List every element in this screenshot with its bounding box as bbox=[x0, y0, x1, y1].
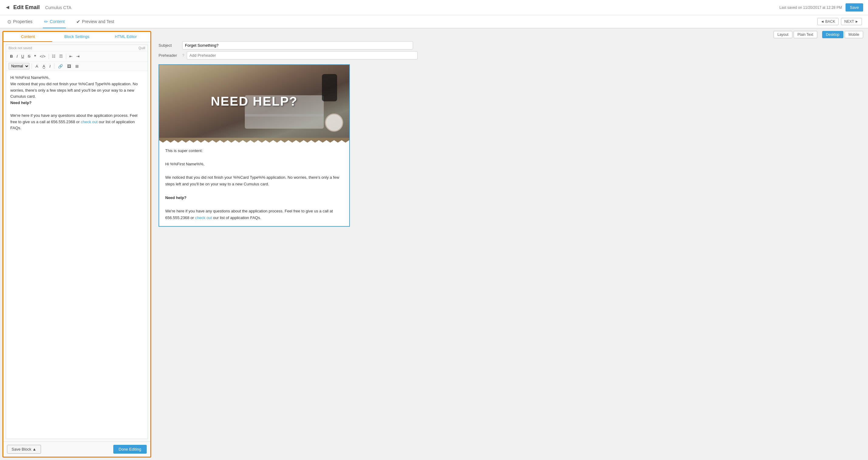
editor-toolbar-row2: Normal A A̲ I 🔗 🖼 ⊞ bbox=[6, 62, 148, 71]
link-button[interactable]: 🔗 bbox=[57, 63, 64, 69]
strikethrough-button[interactable]: S bbox=[26, 53, 32, 60]
editor-bold1: Need help? bbox=[10, 100, 32, 105]
save-block-button[interactable]: Save Block ▲ bbox=[7, 445, 41, 454]
underline-button[interactable]: U bbox=[20, 53, 26, 60]
page-subtitle: Cumulus CTA bbox=[45, 5, 71, 10]
left-tab-content[interactable]: Content bbox=[3, 32, 52, 42]
tab-properties-label: Properties bbox=[13, 19, 32, 24]
right-panel: Layout Plain Text Desktop Mobile Subject… bbox=[154, 29, 868, 460]
editor-area: Block not saved Quill B I U S ❝ </> ☷ ☶ … bbox=[6, 44, 148, 439]
page-title: Edit Email bbox=[13, 4, 40, 11]
editor-content[interactable]: Hi %%First Name%%, We noticed that you d… bbox=[6, 71, 148, 439]
content-icon: ✏ bbox=[44, 19, 48, 25]
email-intro-label: This is super content: bbox=[165, 147, 343, 154]
plain-text-view-button[interactable]: Plain Text bbox=[794, 31, 817, 38]
view-toggle: Layout Plain Text bbox=[774, 31, 817, 38]
jagged-edge bbox=[159, 138, 349, 142]
main-content: Content Block Settings HTML Editor Block… bbox=[0, 29, 868, 460]
bold-button[interactable]: B bbox=[8, 53, 14, 60]
subject-label: Subject bbox=[158, 43, 180, 47]
left-tab-bar: Content Block Settings HTML Editor bbox=[3, 32, 150, 42]
done-editing-button[interactable]: Done Editing bbox=[113, 445, 147, 454]
table-button[interactable]: ⊞ bbox=[74, 63, 80, 69]
italic-button[interactable]: I bbox=[15, 53, 19, 60]
email-greeting: Hi %%First Name%%, bbox=[165, 161, 343, 167]
back-nav-button[interactable]: ◄ BACK bbox=[817, 18, 839, 25]
left-panel-bottom: Save Block ▲ Done Editing bbox=[3, 441, 150, 457]
toolbar-separator-4 bbox=[54, 63, 54, 69]
left-tab-html-editor[interactable]: HTML Editor bbox=[101, 32, 150, 42]
preview-icon: ✔ bbox=[76, 19, 80, 25]
editor-toolbar-row1: B I U S ❝ </> ☷ ☶ ⇤ ⇥ bbox=[6, 51, 148, 62]
coffee-cup bbox=[325, 113, 343, 132]
top-bar: ◄ Edit Email Cumulus CTA Last saved on 1… bbox=[0, 0, 868, 15]
layout-view-button[interactable]: Layout bbox=[774, 31, 793, 38]
toolbar-separator-1 bbox=[49, 54, 49, 59]
email-link[interactable]: check out bbox=[195, 216, 212, 220]
clear-format-button[interactable]: I bbox=[48, 63, 52, 69]
tab-content-label: Content bbox=[50, 19, 65, 24]
next-nav-button[interactable]: NEXT ► bbox=[841, 18, 862, 25]
mobile-view-button[interactable]: Mobile bbox=[845, 31, 863, 38]
editor-greeting: Hi %%First Name%%, bbox=[10, 75, 143, 81]
email-body: This is super content: Hi %%First Name%%… bbox=[159, 142, 349, 226]
left-panel: Content Block Settings HTML Editor Block… bbox=[2, 31, 151, 458]
device-toggle: Desktop Mobile bbox=[822, 31, 863, 38]
subject-row: Subject bbox=[158, 41, 863, 50]
subject-input[interactable] bbox=[182, 41, 413, 50]
preheader-row: Preheader ? bbox=[158, 51, 863, 60]
preheader-info-icon[interactable]: ? bbox=[182, 54, 184, 58]
tab-properties[interactable]: ⊙ Properties bbox=[6, 15, 34, 28]
editor-body2: We're here if you have any questions abo… bbox=[10, 112, 143, 131]
properties-icon: ⊙ bbox=[7, 19, 11, 25]
top-bar-right: Last saved on 11/20/2017 at 12:28 PM Sav… bbox=[779, 3, 863, 11]
email-body1: We noticed that you did not finish your … bbox=[165, 174, 343, 188]
right-top-bar: Layout Plain Text Desktop Mobile bbox=[158, 31, 863, 38]
keyboard-row1 bbox=[245, 114, 324, 117]
image-button[interactable]: 🖼 bbox=[66, 63, 72, 69]
tab-preview-label: Preview and Test bbox=[82, 19, 114, 24]
email-preview: NEED HELP? This is super content: Hi %%F… bbox=[158, 64, 350, 227]
editor-name-label: Quill bbox=[138, 46, 145, 50]
back-arrow-icon[interactable]: ◄ bbox=[5, 4, 10, 11]
nav-buttons: ◄ BACK NEXT ► bbox=[817, 18, 862, 25]
tab-preview[interactable]: ✔ Preview and Test bbox=[75, 15, 116, 28]
align-left-button[interactable]: ⇤ bbox=[68, 53, 74, 60]
last-saved-label: Last saved on 11/20/2017 at 12:28 PM bbox=[779, 5, 842, 10]
left-tab-block-settings[interactable]: Block Settings bbox=[52, 32, 101, 42]
top-bar-left: ◄ Edit Email Cumulus CTA bbox=[5, 4, 71, 11]
email-bold: Need help? bbox=[165, 195, 186, 200]
block-not-saved-label: Block not saved bbox=[8, 46, 32, 50]
tab-content[interactable]: ✏ Content bbox=[43, 15, 66, 28]
toolbar-separator-3 bbox=[32, 63, 32, 69]
blockquote-button[interactable]: ❝ bbox=[32, 53, 38, 60]
editor-link[interactable]: check out bbox=[81, 120, 98, 124]
desktop-view-button[interactable]: Desktop bbox=[822, 31, 843, 38]
email-hero: NEED HELP? bbox=[159, 65, 349, 138]
phone-shape bbox=[322, 74, 337, 101]
save-button[interactable]: Save bbox=[845, 3, 863, 11]
tab-bar: ⊙ Properties ✏ Content ✔ Preview and Tes… bbox=[0, 15, 868, 29]
code-button[interactable]: </> bbox=[38, 53, 47, 60]
preheader-input[interactable] bbox=[187, 51, 417, 60]
editor-body1: We noticed that you did not finish your … bbox=[10, 81, 143, 100]
ordered-list-button[interactable]: ☷ bbox=[51, 53, 57, 60]
font-highlight-button[interactable]: A̲ bbox=[41, 63, 47, 69]
style-select[interactable]: Normal bbox=[8, 63, 29, 69]
email-body2: We're here if you have any questions abo… bbox=[165, 208, 343, 221]
font-color-button[interactable]: A bbox=[34, 63, 40, 69]
preheader-label: Preheader bbox=[158, 53, 180, 58]
hero-text: NEED HELP? bbox=[211, 94, 298, 109]
align-right-button[interactable]: ⇥ bbox=[75, 53, 81, 60]
unordered-list-button[interactable]: ☶ bbox=[58, 53, 64, 60]
editor-header: Block not saved Quill bbox=[6, 45, 148, 51]
